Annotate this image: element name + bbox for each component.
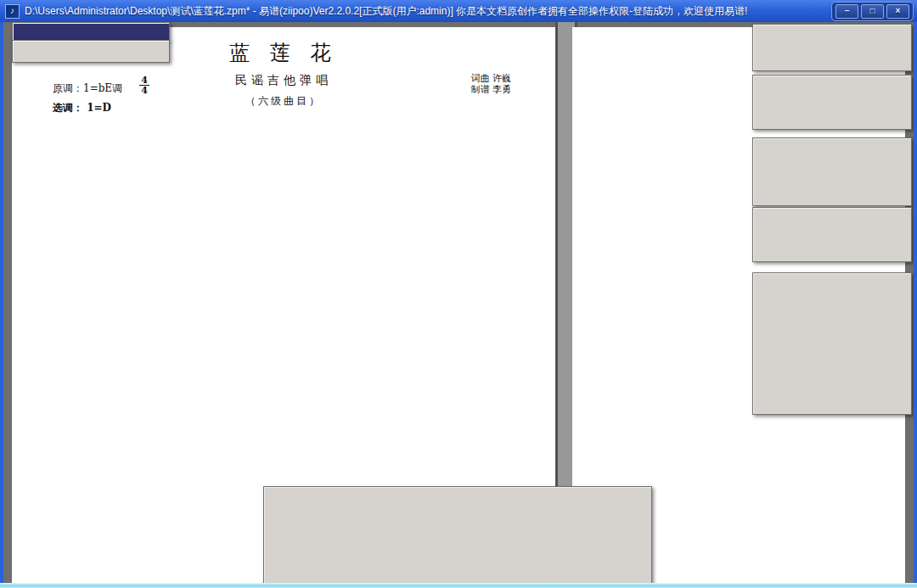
selected-key[interactable]: 选调： 1=D	[53, 101, 111, 115]
credit-arranger: 制谱 李勇	[471, 84, 512, 95]
menu-bar	[12, 22, 170, 42]
panel-font-size	[752, 137, 912, 206]
song-credits[interactable]: 词曲 许巍 制谱 李勇	[471, 73, 512, 95]
original-key[interactable]: 原调：1=bE调	[53, 81, 122, 96]
file-toolbar	[12, 40, 170, 63]
panel-canvas-zoom	[752, 75, 912, 130]
maximize-button[interactable]: □	[861, 4, 884, 19]
app-window: ♪ D:\Users\Administrator\Desktop\测试\蓝莲花.…	[0, 0, 917, 588]
window-controls: – □ ×	[831, 2, 914, 21]
time-sig-denominator: 4	[139, 86, 149, 95]
panel-edit-pad	[263, 486, 652, 583]
app-icon: ♪	[5, 4, 20, 19]
panel-note-entry	[752, 207, 912, 262]
panel-symbols	[752, 272, 912, 415]
window-title: D:\Users\Administrator\Desktop\测试\蓝莲花.zp…	[25, 4, 826, 19]
panel-density	[752, 24, 912, 71]
time-signature[interactable]: 4 4	[139, 76, 149, 95]
minimize-button[interactable]: –	[835, 4, 858, 19]
credit-composer: 词曲 许巍	[471, 73, 512, 84]
title-bar[interactable]: ♪ D:\Users\Administrator\Desktop\测试\蓝莲花.…	[0, 0, 917, 22]
score-canvas: 蓝 莲 花 民谣吉他弹唱 （六级曲目） 词曲 许巍 制谱 李勇 原调：1=bE调…	[3, 22, 914, 583]
close-button[interactable]: ×	[886, 4, 909, 19]
